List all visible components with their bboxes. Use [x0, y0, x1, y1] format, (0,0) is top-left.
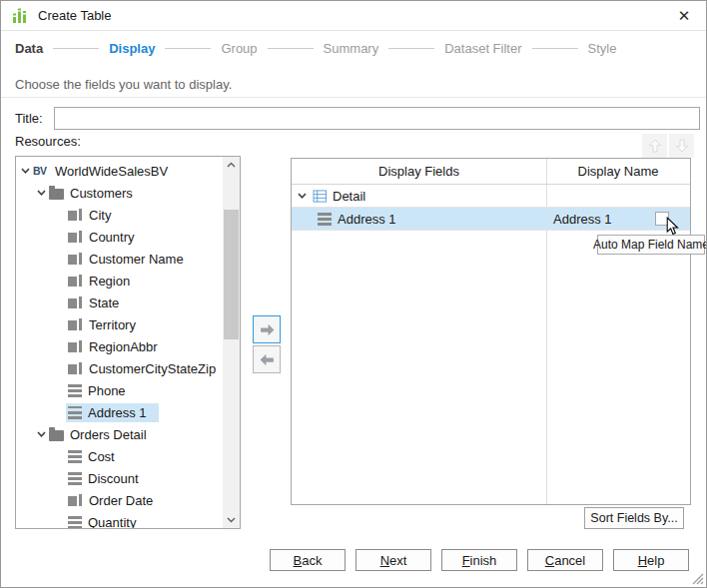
next-button[interactable]: Next: [355, 549, 431, 571]
step-connector: [53, 48, 99, 49]
table-row-detail-group[interactable]: Detail: [292, 185, 690, 208]
tree-item-label: RegionAbbr: [89, 339, 158, 354]
sort-fields-by-button[interactable]: Sort Fields By...: [584, 507, 684, 529]
back-button[interactable]: Back: [270, 549, 346, 571]
tree-item-order-date[interactable]: Order Date: [16, 489, 221, 511]
left-arrow-icon: [259, 351, 276, 368]
tree-item-customer-name[interactable]: Customer Name: [16, 248, 221, 270]
tree-item-country[interactable]: Country: [16, 226, 221, 248]
tree-item-label: Country: [89, 230, 135, 245]
detail-field-icon: [68, 406, 82, 419]
tree-item-city[interactable]: City: [16, 204, 221, 226]
tree-item-address-1[interactable]: Address 1: [16, 401, 221, 423]
step-connector: [165, 48, 211, 49]
detail-field-icon: [68, 450, 82, 463]
detail-table-icon: [313, 190, 328, 203]
table-row-address-1[interactable]: Address 1 Address 1: [292, 208, 690, 231]
tree-item-label: Territory: [89, 317, 136, 332]
dimension-field-icon: [68, 252, 83, 266]
group-row-label: Detail: [333, 189, 365, 204]
tree-item-region[interactable]: Region: [16, 270, 221, 292]
tree-item-phone[interactable]: Phone: [16, 379, 221, 401]
chevron-down-icon[interactable]: [20, 166, 31, 176]
table-header: Display Fields Display Name: [292, 159, 690, 185]
create-table-dialog: Create Table ✕ Data Display Group Summar…: [0, 0, 707, 588]
tree-item-label: Address 1: [88, 405, 147, 420]
dimension-field-icon: [68, 317, 83, 331]
step-connector: [268, 48, 314, 49]
scroll-up-icon[interactable]: [223, 157, 240, 173]
tree-scrollbar[interactable]: [223, 157, 240, 528]
step-group[interactable]: Group: [221, 41, 257, 56]
scroll-down-icon[interactable]: [223, 512, 240, 528]
detail-field-icon: [68, 472, 82, 485]
chevron-down-icon[interactable]: [36, 188, 47, 198]
tree-item-label: CustomerCityStateZip: [89, 361, 216, 376]
dimension-field-icon: [68, 361, 83, 375]
tree-item-territory[interactable]: Territory: [16, 313, 221, 335]
tree-item-customers[interactable]: Customers: [16, 182, 221, 204]
chevron-down-icon[interactable]: [36, 429, 47, 439]
tree-item-customercitystatezip[interactable]: CustomerCityStateZip: [16, 357, 221, 379]
down-arrow-icon: [674, 138, 690, 154]
column-header-display-fields[interactable]: Display Fields: [292, 159, 546, 184]
resize-grip[interactable]: [691, 572, 704, 585]
dimension-field-icon: [68, 274, 83, 288]
cancel-button[interactable]: Cancel: [527, 549, 603, 571]
selected-tree-item: Address 1: [66, 403, 159, 422]
tree-item-label: Customers: [70, 186, 133, 201]
group-row-display-name: [546, 185, 690, 207]
tree-item-state[interactable]: State: [16, 292, 221, 313]
tree-item-label: Phone: [88, 383, 126, 398]
scrollbar-thumb[interactable]: [224, 210, 239, 339]
tree-item-label: Quantity: [88, 515, 136, 530]
auto-map-tooltip: Auto Map Field Name: [597, 235, 705, 255]
window-title: Create Table: [38, 8, 111, 23]
create-table-icon: [11, 7, 29, 25]
detail-field-icon: [68, 384, 82, 397]
step-data[interactable]: Data: [15, 41, 43, 56]
detail-field-icon: [318, 213, 332, 226]
step-display[interactable]: Display: [109, 41, 155, 56]
resources-label: Resources:: [15, 134, 81, 149]
finish-button[interactable]: Finish: [441, 549, 517, 571]
business-view-icon: BV: [33, 165, 52, 177]
remove-field-button[interactable]: [253, 345, 281, 373]
up-arrow-icon: [647, 138, 663, 154]
tree-item-cost[interactable]: Cost: [16, 445, 221, 467]
tree-item-worldwidesalesbv[interactable]: BV WorldWideSalesBV: [16, 160, 221, 182]
folder-icon: [49, 189, 64, 200]
step-summary[interactable]: Summary: [324, 41, 379, 56]
tree-item-label: City: [89, 208, 111, 223]
tree-item-label: Cost: [88, 449, 115, 464]
step-description: Choose the fields you want to display.: [15, 77, 232, 92]
tree-item-label: Discount: [88, 471, 139, 486]
dimension-field-icon: [68, 208, 83, 222]
step-style[interactable]: Style: [588, 41, 617, 56]
field-row-label: Address 1: [338, 212, 396, 227]
tree-item-label: Orders Detail: [70, 427, 147, 442]
title-input[interactable]: [54, 107, 700, 130]
right-arrow-icon: [259, 321, 276, 338]
tree-item-label: State: [89, 295, 119, 310]
step-connector: [532, 48, 578, 49]
tree-item-regionabbr[interactable]: RegionAbbr: [16, 335, 221, 357]
column-header-display-name[interactable]: Display Name: [546, 159, 690, 184]
close-icon[interactable]: ✕: [675, 7, 693, 25]
add-field-button[interactable]: [253, 315, 281, 343]
tree-item-orders-detail[interactable]: Orders Detail: [16, 423, 221, 445]
move-up-button[interactable]: [642, 134, 667, 158]
tree-item-quantity[interactable]: Quantity: [16, 511, 221, 529]
tree-item-label: Region: [89, 274, 130, 289]
dimension-field-icon: [68, 230, 83, 244]
display-fields-table: Display Fields Display Name Detail Addre…: [291, 158, 691, 505]
help-button[interactable]: Help: [613, 549, 689, 571]
resources-tree: BV WorldWideSalesBV Customers City Count…: [15, 156, 241, 529]
step-connector: [388, 48, 434, 49]
folder-icon: [49, 430, 64, 441]
tree-item-discount[interactable]: Discount: [16, 467, 221, 489]
move-down-button[interactable]: [669, 134, 694, 158]
chevron-down-icon[interactable]: [297, 191, 308, 201]
tree-item-label: WorldWideSalesBV: [55, 164, 168, 179]
step-dataset-filter[interactable]: Dataset Filter: [444, 41, 521, 56]
